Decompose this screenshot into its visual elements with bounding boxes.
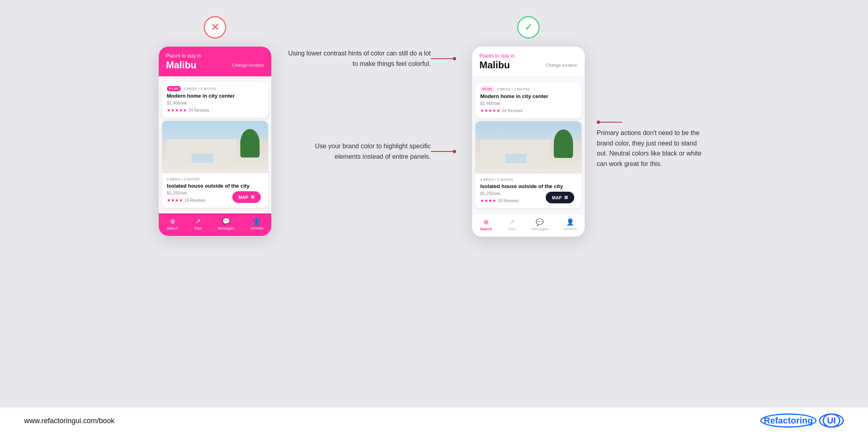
top-annotation-block: Using lower contrast hints of color can … — [287, 48, 456, 69]
good-nav-account[interactable]: 👤 Account — [564, 218, 577, 231]
bad-nav-account[interactable]: 👤 Account — [250, 217, 264, 230]
top-annotation-line — [431, 58, 453, 59]
house2-tree — [240, 129, 260, 158]
bad-listing-1-meta: PLUS 3 BEDS • 2 BATHS — [167, 86, 263, 91]
right-annot-dot — [597, 121, 600, 124]
bad-city-name: Malibu — [166, 59, 197, 71]
bad-nav-trips[interactable]: ↗ Trips — [194, 217, 202, 230]
good-reviews-1: 34 Reviews — [502, 108, 523, 113]
good-reviews-2: 18 Reviews — [498, 199, 519, 203]
bad-phone: Places to stay in Malibu Change location — [159, 47, 271, 236]
good-price-unit-1: /wk — [494, 101, 501, 106]
good-price-1: $1,400/wk — [480, 100, 577, 106]
middle-annotations: Using lower contrast hints of color can … — [287, 48, 456, 162]
good-cards-area: PLUS 3 BEDS • 2 BATHS Modern home in cit… — [472, 77, 585, 214]
good-house-image-2 — [475, 121, 581, 174]
top-annotation-dot — [453, 57, 456, 60]
bad-beds-baths-2: 4 BEDS • 2 BATHS — [167, 177, 200, 181]
bad-title-2: Isolated house outside of the city — [167, 183, 263, 189]
good-nav-messages[interactable]: 💬 Messages — [532, 218, 548, 231]
good-phone: Places to stay in Malibu Change location — [472, 47, 585, 237]
house2-tree-2 — [554, 129, 573, 158]
bad-price-1: $1,400/wk — [167, 100, 263, 106]
good-stars-1: ★★★★★ — [480, 108, 500, 113]
bad-nav-messages[interactable]: 💬 Messages — [218, 217, 234, 230]
good-places-label: Places to stay in — [479, 53, 577, 59]
bad-header: Places to stay in Malibu Change location — [159, 47, 271, 76]
bottom-annotation-line-area — [431, 150, 456, 153]
bad-listing-2: 4 BEDS • 2 BATHS Isolated house outside … — [162, 121, 268, 208]
bad-stars-row-1: ★★★★★ 34 Reviews — [167, 108, 263, 113]
good-title-1: Modern home in city center — [480, 93, 577, 99]
good-price-value-2: $1,250 — [480, 191, 494, 196]
bad-map-label: MAP — [239, 195, 248, 200]
top-annotation-text: Using lower contrast hints of color can … — [287, 48, 431, 69]
bad-reviews-2: 18 Reviews — [184, 198, 205, 203]
good-listing-1-meta: PLUS 3 BEDS • 2 BATHS — [480, 86, 577, 92]
footer-brand-prefix: Refactoring — [760, 414, 817, 428]
bad-house-image-2 — [162, 121, 268, 173]
bad-search-label: Search — [167, 226, 178, 230]
bottom-annotation-dot — [453, 150, 456, 153]
good-stars-row-1: ★★★★★ 34 Reviews — [480, 108, 577, 113]
bad-trips-icon: ↗ — [195, 217, 201, 225]
bad-change-location: Change location — [232, 63, 264, 68]
good-beds-baths-2: 4 BEDS • 2 BATHS — [480, 178, 513, 182]
bottom-annotation-line — [431, 151, 453, 152]
bad-map-button[interactable]: MAP ⊞ — [232, 191, 261, 203]
good-panel: ✓ Places to stay in Malibu Change locati… — [472, 16, 585, 237]
bad-badge: ✕ — [204, 16, 226, 39]
good-map-icon: ⊞ — [564, 195, 568, 200]
good-messages-label: Messages — [532, 227, 548, 231]
good-panel-area: ✓ Places to stay in Malibu Change locati… — [456, 16, 709, 237]
bad-price-value-2: $1,250 — [167, 190, 180, 195]
good-nav-trips[interactable]: ↗ Trips — [508, 218, 516, 231]
good-title-2: Isolated house outside of the city — [480, 183, 577, 189]
bad-title-1: Modern home in city center — [167, 93, 263, 99]
bad-messages-label: Messages — [218, 226, 234, 230]
right-annot-line-row — [597, 121, 709, 124]
good-map-button[interactable]: MAP ⊞ — [546, 192, 574, 203]
good-nav-search[interactable]: ⊕ Search — [480, 218, 492, 231]
bad-stars-1: ★★★★★ — [167, 108, 187, 113]
bad-places-label: Places to stay in — [166, 53, 264, 59]
bad-messages-icon: 💬 — [222, 217, 230, 225]
bad-search-icon: ⊕ — [170, 217, 175, 225]
good-bottom-nav: ⊕ Search ↗ Trips 💬 Messages 👤 — [472, 214, 585, 237]
page-wrapper: ✕ Places to stay in Malibu Change locati… — [0, 0, 868, 434]
bad-location-row: Malibu Change location — [166, 59, 264, 71]
footer-brand-suffix: UI — [819, 414, 844, 428]
right-annot-line — [600, 122, 622, 123]
main-content: ✕ Places to stay in Malibu Change locati… — [0, 0, 868, 407]
bad-icon: ✕ — [211, 22, 219, 33]
good-icon: ✓ — [524, 22, 532, 33]
footer-url: www.refactoringui.com/book — [24, 417, 115, 425]
bad-price-value-1: $1,400 — [167, 100, 180, 105]
good-location-row: Malibu Change location — [479, 59, 577, 71]
bad-reviews-1: 34 Reviews — [188, 108, 209, 113]
top-annotation-line-area — [431, 57, 456, 60]
bad-beds-baths-1: 3 BEDS • 2 BATHS — [183, 87, 216, 91]
good-trips-icon: ↗ — [509, 218, 514, 226]
good-badge: ✓ — [517, 16, 540, 39]
right-annotation: Primary actions don't need to be the bra… — [597, 121, 709, 169]
good-stars-2: ★★★★ — [480, 198, 496, 203]
good-plus-badge: PLUS — [480, 86, 494, 92]
good-search-label: Search — [480, 227, 492, 231]
bad-map-icon: ⊞ — [251, 194, 254, 200]
good-map-label: MAP — [552, 195, 562, 200]
good-trips-label: Trips — [508, 227, 516, 231]
good-listing-1-info: PLUS 3 BEDS • 2 BATHS Modern home in cit… — [475, 82, 581, 118]
good-price-value-1: $1,400 — [480, 101, 494, 106]
good-header: Places to stay in Malibu Change location — [472, 47, 585, 77]
bottom-annotation-text: Use your brand color to highlight specif… — [287, 141, 431, 162]
good-account-icon: 👤 — [566, 218, 574, 226]
bad-price-unit-2: /wk — [180, 190, 187, 195]
footer-brand-circle: UI — [823, 414, 840, 428]
bad-nav-search[interactable]: ⊕ Search — [167, 217, 178, 230]
bad-trips-label: Trips — [194, 226, 202, 230]
bad-listing-1: PLUS 3 BEDS • 2 BATHS Modern home in cit… — [162, 82, 268, 118]
house2-window-2 — [505, 154, 526, 163]
good-search-icon: ⊕ — [483, 218, 489, 226]
bad-account-label: Account — [250, 226, 264, 230]
